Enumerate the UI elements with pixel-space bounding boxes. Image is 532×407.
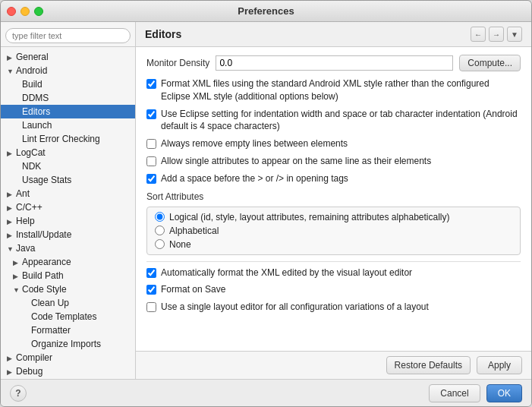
checkbox-single-layout[interactable] — [146, 302, 156, 312]
checkboxes1-container: Format XML files using the standard Andr… — [146, 77, 521, 185]
sidebar-item-install-update[interactable]: ▶Install/Update — [1, 228, 135, 241]
sidebar-item-debug[interactable]: ▶Debug — [1, 364, 135, 378]
sidebar-item-logcat[interactable]: ▶LogCat — [1, 146, 135, 159]
checkbox-row-single-attr: Allow single attributes to appear on the… — [146, 155, 521, 168]
sidebar-item-ndk[interactable]: NDK — [1, 159, 135, 173]
sidebar-item-clean-up[interactable]: Clean Up — [1, 296, 135, 310]
sidebar: ▶General▼Android Build DDMS Editors Laun… — [1, 22, 136, 379]
sidebar-item-code-style[interactable]: ▼Code Style — [1, 282, 135, 296]
ok-button[interactable]: OK — [486, 384, 522, 402]
tree-label-code-style: Code Style — [22, 284, 67, 295]
sidebar-item-ddms[interactable]: DDMS — [1, 91, 135, 105]
tree-label-launch: Launch — [22, 120, 52, 131]
radio-none[interactable] — [155, 239, 165, 249]
back-button[interactable]: ← — [471, 27, 486, 42]
sidebar-item-organize-imports[interactable]: Organize Imports — [1, 337, 135, 351]
menu-button[interactable]: ▼ — [507, 27, 522, 42]
tree-arrow-general: ▶ — [7, 54, 14, 62]
tree-spacer-lint-error — [13, 136, 20, 144]
close-button[interactable] — [7, 7, 16, 16]
tree-label-usage-stats: Usage Stats — [22, 175, 71, 185]
checkbox-use-eclipse[interactable] — [146, 109, 156, 119]
tree-arrow-logcat: ▶ — [7, 150, 14, 157]
tree-arrow-android: ▼ — [7, 68, 14, 75]
sidebar-item-compiler[interactable]: ▶Compiler — [1, 351, 135, 364]
maximize-button[interactable] — [34, 7, 43, 16]
radio-label-alphabetical: Alphabetical — [169, 226, 219, 236]
apply-button[interactable]: Apply — [477, 356, 522, 374]
bottom-buttons: Cancel OK — [429, 384, 522, 402]
cancel-button[interactable]: Cancel — [429, 384, 480, 402]
tree-arrow-debug: ▶ — [7, 368, 14, 376]
sort-attributes-label: Sort Attributes — [146, 191, 521, 202]
monitor-density-input[interactable] — [216, 55, 453, 71]
tree-label-ddms: DDMS — [22, 93, 49, 103]
tree-spacer-ndk — [13, 163, 20, 171]
window-title: Preferences — [238, 5, 294, 17]
tree-arrow-build-path: ▶ — [13, 273, 20, 280]
tree-label-organize-imports: Organize Imports — [31, 339, 101, 349]
checkbox-row-use-eclipse: Use Eclipse setting for indentation widt… — [146, 108, 521, 134]
tree-spacer-code-templates — [22, 314, 30, 321]
checkbox-row-format-on-save: Format on Save — [146, 283, 521, 296]
sidebar-item-help[interactable]: ▶Help — [1, 214, 135, 228]
filter-box — [1, 25, 135, 47]
sidebar-item-code-templates[interactable]: Code Templates — [1, 310, 135, 323]
checkbox-label-single-attr: Allow single attributes to appear on the… — [161, 155, 431, 168]
tree-label-java: Java — [16, 243, 35, 254]
compute-button[interactable]: Compute... — [459, 55, 521, 71]
preferences-window: Preferences ▶General▼Android Build DDMS … — [0, 0, 532, 407]
sidebar-item-editors[interactable]: Editors — [1, 105, 135, 118]
tree-arrow-cpp: ▶ — [7, 204, 14, 212]
minimize-button[interactable] — [20, 7, 30, 16]
checkbox-label-auto-format: Automatically format the XML edited by t… — [161, 267, 412, 279]
tree-arrow-help: ▶ — [7, 218, 14, 226]
sidebar-item-ant[interactable]: ▶Ant — [1, 187, 135, 200]
checkbox-format-xml[interactable] — [146, 79, 156, 89]
sidebar-item-android[interactable]: ▼Android — [1, 64, 135, 77]
tree-spacer-editors — [13, 109, 20, 116]
checkbox-row-single-layout: Use a single layout editor for all confi… — [146, 301, 521, 314]
tree-label-android: Android — [16, 65, 47, 76]
tree-label-logcat: LogCat — [16, 147, 46, 158]
radio-logical[interactable] — [155, 212, 165, 222]
help-button[interactable]: ? — [10, 385, 27, 402]
tree-label-debug: Debug — [16, 366, 42, 377]
tree-label-clean-up: Clean Up — [31, 298, 69, 308]
radio-row-none: None — [155, 239, 512, 250]
tree-arrow-java: ▼ — [7, 245, 14, 253]
sidebar-item-appearance[interactable]: ▶Appearance — [1, 255, 135, 269]
checkbox-add-space[interactable] — [146, 174, 156, 184]
tree-label-install-update: Install/Update — [16, 229, 71, 240]
filter-input[interactable] — [5, 28, 131, 43]
forward-button[interactable]: → — [489, 27, 504, 42]
tree-label-code-templates: Code Templates — [31, 311, 97, 322]
sidebar-item-launch[interactable]: Launch — [1, 118, 135, 132]
sidebar-item-build[interactable]: Build — [1, 77, 135, 91]
radio-row-alphabetical: Alphabetical — [155, 226, 512, 236]
radio-label-logical: Logical (id, style, layout attributes, r… — [169, 212, 450, 222]
checkbox-single-attr[interactable] — [146, 156, 156, 166]
tree-spacer-build — [13, 81, 20, 89]
tree-label-compiler: Compiler — [16, 352, 52, 363]
sidebar-item-build-path[interactable]: ▶Build Path — [1, 269, 135, 282]
sidebar-item-cpp[interactable]: ▶C/C++ — [1, 200, 135, 214]
sidebar-item-lint-error[interactable]: Lint Error Checking — [1, 132, 135, 146]
checkbox-auto-format[interactable] — [146, 268, 156, 278]
tree-arrow-appearance: ▶ — [13, 259, 20, 267]
checkbox-row-add-space: Add a space before the > or /> in openin… — [146, 172, 521, 185]
tree-label-editors: Editors — [22, 106, 50, 117]
restore-defaults-button[interactable]: Restore Defaults — [386, 356, 471, 374]
traffic-lights — [7, 7, 43, 16]
sidebar-item-java[interactable]: ▼Java — [1, 241, 135, 255]
checkbox-format-on-save[interactable] — [146, 285, 156, 295]
tree-spacer-formatter — [22, 327, 30, 335]
sidebar-item-formatter[interactable]: Formatter — [1, 323, 135, 337]
divider — [146, 261, 521, 262]
sidebar-item-usage-stats[interactable]: Usage Stats — [1, 173, 135, 187]
checkbox-remove-empty[interactable] — [146, 139, 156, 149]
sidebar-item-general[interactable]: ▶General — [1, 50, 135, 64]
checkbox-row-auto-format: Automatically format the XML edited by t… — [146, 267, 521, 279]
radio-alphabetical[interactable] — [155, 226, 165, 235]
radio-label-none: None — [169, 239, 191, 250]
